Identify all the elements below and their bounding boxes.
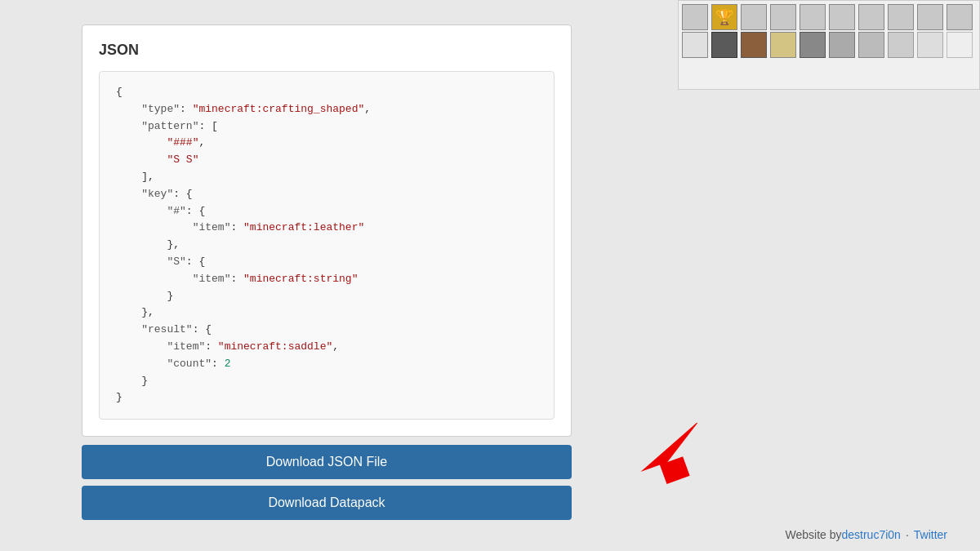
- mc-item: [682, 32, 708, 58]
- mc-item: [829, 4, 855, 30]
- mc-item: [888, 4, 914, 30]
- footer-separator: ·: [906, 528, 909, 541]
- mc-item: 🏆: [711, 4, 737, 30]
- mc-item: [800, 32, 826, 58]
- svg-marker-0: [630, 423, 716, 488]
- mc-item: [711, 32, 737, 58]
- footer-twitter-link[interactable]: Twitter: [914, 528, 947, 541]
- mc-item: [741, 4, 767, 30]
- mc-item: [858, 32, 884, 58]
- download-datapack-button[interactable]: Download Datapack: [82, 486, 572, 520]
- json-panel: JSON { "type": "minecraft:crafting_shape…: [82, 24, 572, 437]
- mc-item: [947, 4, 973, 30]
- json-code-box: { "type": "minecraft:crafting_shaped", "…: [99, 71, 555, 420]
- mc-item: [917, 4, 943, 30]
- download-json-button[interactable]: Download JSON File: [82, 445, 572, 479]
- mc-item: [917, 32, 943, 58]
- mc-item: [947, 32, 973, 58]
- footer-author-link[interactable]: destruc7i0n: [841, 528, 900, 541]
- mc-item: [829, 32, 855, 58]
- minecraft-grid: 🏆: [679, 1, 979, 61]
- mc-item: [770, 4, 796, 30]
- mc-item: [770, 32, 796, 58]
- mc-item: [682, 4, 708, 30]
- mc-item: [741, 32, 767, 58]
- main-content: JSON { "type": "minecraft:crafting_shape…: [0, 0, 653, 551]
- mc-item: [888, 32, 914, 58]
- red-arrow-annotation: [629, 423, 719, 491]
- footer-prefix: Website by: [785, 528, 841, 541]
- json-panel-title: JSON: [99, 42, 555, 59]
- footer: Website by destruc7i0n · Twitter: [0, 518, 980, 551]
- mc-item: [800, 4, 826, 30]
- minecraft-items-panel: 🏆: [678, 0, 980, 90]
- mc-item: [858, 4, 884, 30]
- button-group: Download JSON File Download Datapack: [82, 445, 572, 520]
